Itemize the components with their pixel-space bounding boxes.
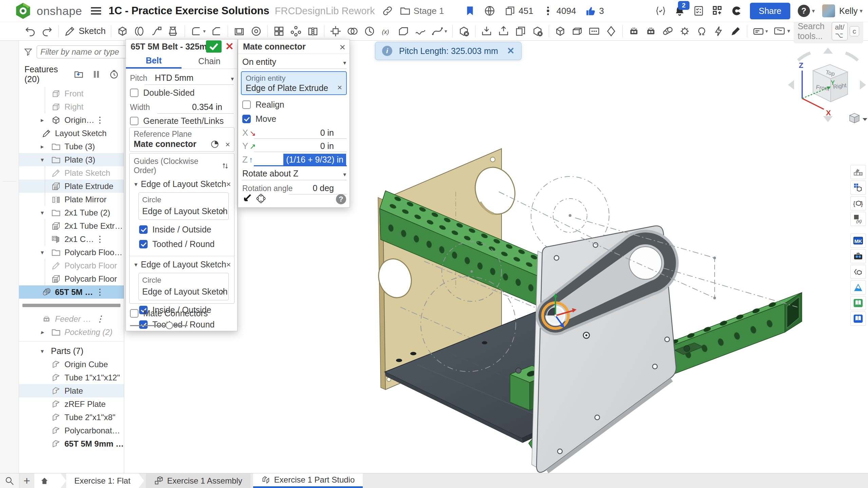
move-checkbox[interactable] bbox=[242, 115, 251, 123]
row-menu-icon[interactable]: ⋮ bbox=[96, 115, 104, 125]
revolve-button[interactable]: .s{fill:none;stroke:#4e4e4e;stroke-width… bbox=[131, 23, 148, 39]
hole-button[interactable]: .s{fill:none;stroke:#4e4e4e;stroke-width… bbox=[248, 23, 265, 39]
tree-chevron-icon[interactable]: ▾ bbox=[41, 249, 51, 256]
loft-button[interactable]: .s{fill:none;stroke:#4e4e4e;stroke-width… bbox=[165, 23, 182, 39]
flip-primary-axis-icon[interactable] bbox=[241, 193, 252, 204]
feature-row[interactable]: .s{fill:none;stroke:#4e4e4e;stroke-width… bbox=[19, 285, 124, 299]
bookmark-icon[interactable] bbox=[464, 5, 476, 17]
frc-robot-library[interactable]: .s{fill:none;stroke:#4e4e4e;stroke-width… bbox=[850, 249, 866, 263]
likes-stat[interactable]: 3 bbox=[585, 5, 604, 17]
gear-tool-button[interactable]: .s{fill:none;stroke:#4e4e4e;stroke-width… bbox=[676, 23, 693, 39]
feature-row[interactable]: ▸ .s{fill:none;stroke:#4e4e4e;stroke-wid… bbox=[19, 140, 124, 153]
docs-green[interactable]: .s{fill:none;stroke:#4e4e4e;stroke-width… bbox=[850, 296, 866, 310]
plane-button[interactable]: .s{fill:none;stroke:#4e4e4e;stroke-width… bbox=[395, 23, 412, 39]
user-menu[interactable]: Kelly ▾ bbox=[822, 4, 863, 17]
quick-connect-button[interactable]: .s{fill:none;stroke:#4e4e4e;stroke-width… bbox=[710, 23, 727, 39]
featurescript-icon[interactable] bbox=[655, 5, 666, 17]
circular-pattern-button[interactable]: .s{fill:none;stroke:#4e4e4e;stroke-width… bbox=[287, 23, 304, 39]
feature-row[interactable]: .s{fill:none;stroke:#4e4e4e;stroke-width… bbox=[19, 87, 124, 100]
rollback-bar[interactable] bbox=[22, 304, 120, 307]
part-row[interactable]: .s{fill:none;stroke:#4e4e4e;stroke-width… bbox=[19, 371, 124, 384]
copies-stat[interactable]: 451 bbox=[504, 5, 533, 17]
versions-stat[interactable]: 4094 bbox=[542, 5, 576, 17]
feature-row[interactable]: .s{fill:none;stroke:#4e4e4e;stroke-width… bbox=[19, 312, 124, 325]
row-menu-icon[interactable]: ⋮ bbox=[96, 287, 104, 297]
parts-header-row[interactable]: ▾ Parts (7) bbox=[19, 344, 124, 358]
notifications-bell[interactable]: 2 bbox=[674, 5, 685, 17]
share-button[interactable]: Share bbox=[750, 3, 790, 19]
feature-row[interactable]: ▸ .s{fill:none;stroke:#4e4e4e;stroke-wid… bbox=[19, 325, 124, 339]
feature-row[interactable]: .s{fill:none;stroke:#4e4e4e;stroke-width… bbox=[19, 127, 124, 140]
reference-plane-value[interactable]: Mate connector bbox=[134, 139, 196, 149]
feature-row[interactable]: .s{fill:none;stroke:#4e4e4e;stroke-width… bbox=[19, 193, 124, 206]
view-options-button[interactable] bbox=[850, 113, 867, 123]
mkcad-library[interactable]: .s{fill:none;stroke:#4e4e4e;stroke-width… bbox=[850, 233, 866, 248]
mate-connectors-checkbox[interactable] bbox=[130, 309, 138, 318]
tree-chevron-icon[interactable]: ▸ bbox=[41, 143, 51, 150]
feature-row[interactable]: .s{fill:none;stroke:#4e4e4e;stroke-width… bbox=[19, 219, 124, 232]
redo-button[interactable]: .s{fill:none;stroke:#4e4e4e;stroke-width… bbox=[39, 23, 56, 39]
search-graphics-button[interactable] bbox=[0, 473, 19, 488]
folder-location[interactable]: Stage 1 bbox=[399, 5, 444, 17]
custom-fx-grid[interactable]: .s{fill:none;stroke:#4e4e4e;stroke-width… bbox=[850, 212, 866, 226]
docs-blue[interactable]: .s{fill:none;stroke:#4e4e4e;stroke-width… bbox=[850, 312, 866, 326]
reorder-icon[interactable] bbox=[221, 162, 229, 170]
tab-belt[interactable]: Belt bbox=[126, 54, 182, 69]
chevron-down-icon[interactable]: ▾ bbox=[343, 171, 346, 178]
tree-chevron-icon[interactable]: ▾ bbox=[41, 209, 51, 217]
tree-chevron-icon[interactable]: ▸ bbox=[41, 329, 51, 336]
gusset-button[interactable]: .s{fill:none;stroke:#4e4e4e;stroke-width… bbox=[603, 23, 620, 39]
search-tools[interactable]: Search tools... alt/⌥ c bbox=[794, 19, 863, 43]
link-icon[interactable] bbox=[382, 5, 393, 17]
chevron-down-icon[interactable]: ▾ bbox=[231, 75, 234, 82]
x-offset-input[interactable]: 0 in bbox=[320, 128, 334, 138]
cancel-button[interactable]: ✕ bbox=[225, 40, 234, 52]
follow-checklist[interactable] bbox=[4, 190, 15, 202]
clear-entity-icon[interactable]: × bbox=[337, 83, 342, 92]
new-tab-button[interactable]: + bbox=[19, 473, 34, 488]
copy-part-button[interactable]: .s{fill:none;stroke:#4e4e4e;stroke-width… bbox=[512, 23, 529, 39]
sprocket-tool-button[interactable]: .s{fill:none;stroke:#4e4e4e;stroke-width… bbox=[693, 23, 710, 39]
fillet-button[interactable]: .s{fill:none;stroke:#4e4e4e;stroke-width… bbox=[188, 23, 208, 39]
double-sided-checkbox[interactable] bbox=[130, 89, 138, 97]
help-menu[interactable]: ? ▾ bbox=[798, 5, 815, 17]
dialog-slider-track[interactable] bbox=[130, 325, 188, 326]
decal-button[interactable]: .s{fill:none;stroke:#4e4e4e;stroke-width… bbox=[750, 23, 771, 39]
plate-primitive-button[interactable]: .s{fill:none;stroke:#4e4e4e;stroke-width… bbox=[586, 23, 603, 39]
composite-curve-button[interactable]: .s{fill:none;stroke:#4e4e4e;stroke-width… bbox=[429, 23, 450, 39]
origin-entity-value[interactable]: Edge of Plate Extrude bbox=[246, 83, 328, 93]
part-row[interactable]: .s{fill:none;stroke:#4e4e4e;stroke-width… bbox=[19, 397, 124, 411]
chevron-down-icon[interactable]: ▾ bbox=[134, 181, 137, 188]
app-search[interactable] bbox=[4, 161, 15, 172]
belt-tool-button[interactable]: .s{fill:none;stroke:#4e4e4e;stroke-width… bbox=[659, 23, 676, 39]
history[interactable] bbox=[4, 138, 15, 149]
row-menu-icon[interactable]: ⋮ bbox=[96, 314, 104, 324]
feature-row[interactable]: .s{fill:none;stroke:#4e4e4e;stroke-width… bbox=[19, 232, 124, 246]
rotation-angle-input[interactable]: 0 deg bbox=[313, 183, 334, 193]
helix-button[interactable]: .s{fill:none;stroke:#4e4e4e;stroke-width… bbox=[361, 23, 378, 39]
generate-teeth-checkbox[interactable] bbox=[130, 117, 138, 125]
document-tab[interactable]: .s{fill:none;stroke:#4e4e4e;stroke-width… bbox=[146, 473, 250, 488]
custom-braces[interactable]: .s{fill:none;stroke:#4e4e4e;stroke-width… bbox=[850, 196, 866, 210]
frc-part-b-button[interactable]: .s{fill:none;stroke:#4e4e4e;stroke-width… bbox=[642, 23, 659, 39]
cube-primitive-button[interactable]: .s{fill:none;stroke:#4e4e4e;stroke-width… bbox=[552, 23, 569, 39]
delete-bodies-button[interactable]: .s{fill:none;stroke:#4e4e4e;stroke-width… bbox=[529, 23, 546, 39]
tree-chevron-icon[interactable]: ▾ bbox=[41, 348, 51, 355]
sketch-button[interactable]: .s{fill:none;stroke:#4e4e4e;stroke-width… bbox=[61, 23, 108, 39]
guide-option-checkbox[interactable] bbox=[139, 320, 148, 329]
variable-button[interactable]: .s{fill:none;stroke:#4e4e4e;stroke-width… bbox=[378, 23, 395, 39]
import-button[interactable]: .s{fill:none;stroke:#4e4e4e;stroke-width… bbox=[478, 23, 495, 39]
feature-row[interactable]: .s{fill:none;stroke:#4e4e4e;stroke-width… bbox=[19, 259, 124, 272]
sweep-button[interactable]: .s{fill:none;stroke:#4e4e4e;stroke-width… bbox=[148, 23, 165, 39]
feature-row[interactable]: ▾ .s{fill:none;stroke:#4e4e4e;stroke-wid… bbox=[19, 153, 124, 166]
remove-guide-icon[interactable]: × bbox=[226, 180, 231, 189]
onshape-logo[interactable] bbox=[14, 2, 32, 20]
boolean-button[interactable]: .s{fill:none;stroke:#4e4e4e;stroke-width… bbox=[344, 23, 361, 39]
transform-button[interactable]: .s{fill:none;stroke:#4e4e4e;stroke-width… bbox=[327, 23, 344, 39]
public-globe-icon[interactable] bbox=[484, 5, 495, 17]
rollback-clock-icon[interactable] bbox=[109, 69, 119, 79]
feature-row[interactable]: ▸ .s{fill:none;stroke:#4e4e4e;stroke-wid… bbox=[19, 113, 124, 127]
grid-to-part[interactable]: .s{fill:none;stroke:#4e4e4e;stroke-width… bbox=[850, 181, 866, 195]
dialog-slider-handle[interactable] bbox=[166, 322, 173, 329]
suppress-pause-icon[interactable] bbox=[91, 69, 101, 79]
